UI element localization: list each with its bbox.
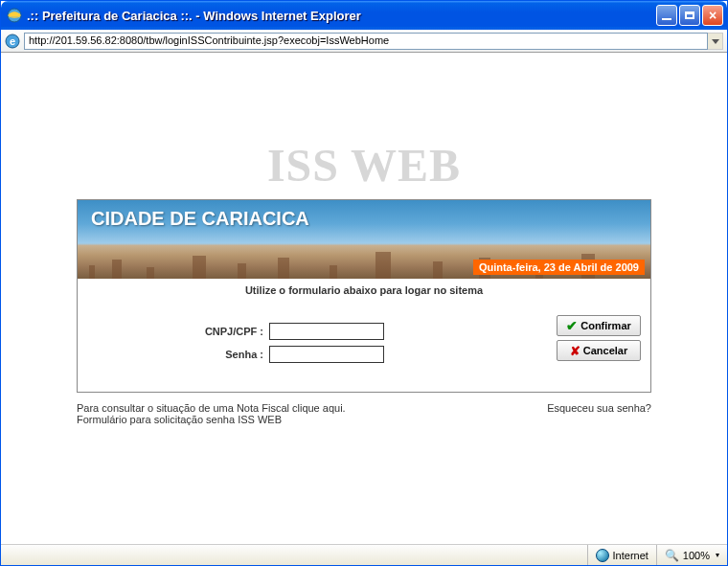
date-badge: Quinta-feira, 23 de Abril de 2009 (473, 260, 645, 275)
x-icon: ✘ (570, 344, 580, 358)
check-icon: ✔ (566, 318, 578, 333)
close-button[interactable]: × (702, 5, 723, 26)
ie-icon (7, 8, 22, 23)
city-banner: CIDADE DE CARIACICA Quinta-feira, 23 de … (78, 200, 650, 279)
formulario-senha-link[interactable]: Formulário para solicitação senha ISS WE… (77, 414, 282, 425)
url-field[interactable]: http://201.59.56.82:8080/tbw/loginISSCon… (24, 33, 708, 50)
consultar-nota-link[interactable]: Para consultar o situação de uma Nota Fi… (77, 402, 346, 414)
cnpj-cpf-input[interactable] (269, 323, 384, 340)
banner-title: CIDADE DE CARIACICA (91, 208, 309, 230)
maximize-button[interactable] (679, 5, 700, 26)
esqueceu-senha-link[interactable]: Esqueceu sua senha? (547, 402, 651, 414)
senha-label: Senha : (78, 349, 269, 360)
globe-icon (596, 549, 609, 562)
status-bar: Internet 🔍 100% ▾ (1, 544, 727, 565)
chevron-down-icon: ▾ (716, 551, 719, 559)
iss-web-logo: ISS WEB (1, 139, 727, 192)
confirmar-label: Confirmar (580, 320, 631, 331)
action-buttons: ✔ Confirmar ✘ Cancelar (557, 315, 641, 361)
login-instruction: Utilize o formulario abaixo para logar n… (78, 279, 650, 313)
senha-input[interactable] (269, 346, 384, 363)
zoom-control[interactable]: 🔍 100% ▾ (657, 545, 727, 565)
ie-window: .:: Prefeitura de Cariacica ::. - Window… (0, 0, 728, 566)
address-bar: e http://201.59.56.82:8080/tbw/loginISSC… (1, 30, 727, 53)
zoom-label: 100% (683, 550, 710, 561)
cnpj-cpf-label: CNPJ/CPF : (78, 326, 269, 337)
window-controls: × (656, 5, 723, 26)
security-zone[interactable]: Internet (588, 545, 657, 565)
magnifier-icon: 🔍 (665, 549, 679, 562)
confirmar-button[interactable]: ✔ Confirmar (557, 315, 641, 336)
window-title: .:: Prefeitura de Cariacica ::. - Window… (27, 9, 656, 23)
login-panel: CIDADE DE CARIACICA Quinta-feira, 23 de … (77, 199, 651, 393)
cancelar-label: Cancelar (583, 345, 627, 356)
url-dropdown-icon[interactable] (708, 33, 723, 50)
footer-links: Para consultar o situação de uma Nota Fi… (77, 402, 651, 425)
page-icon: e (5, 34, 20, 49)
page-content: ISS WEB CIDADE DE CARIACICA (1, 53, 727, 544)
cancelar-button[interactable]: ✘ Cancelar (557, 340, 641, 361)
minimize-button[interactable] (656, 5, 677, 26)
window-titlebar[interactable]: .:: Prefeitura de Cariacica ::. - Window… (1, 1, 727, 30)
zone-label: Internet (613, 550, 648, 561)
svg-text:e: e (10, 35, 15, 47)
